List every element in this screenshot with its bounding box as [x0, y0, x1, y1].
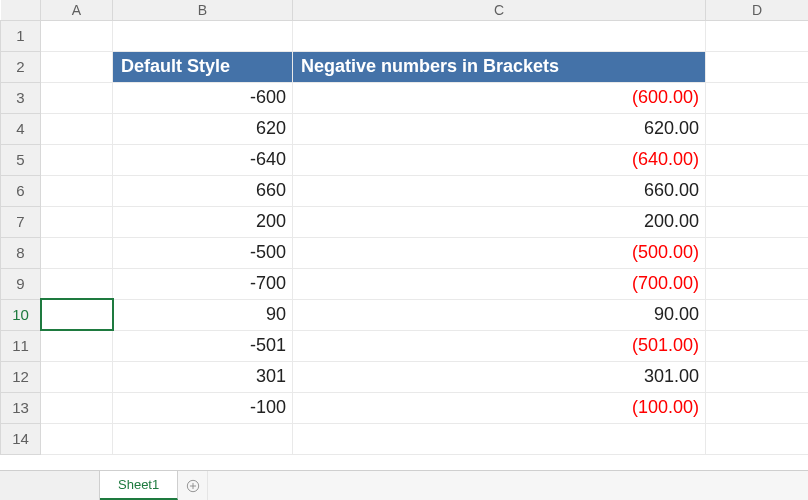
- cell-D10[interactable]: [706, 299, 809, 330]
- row-header-1[interactable]: 1: [1, 20, 41, 51]
- cell-D9[interactable]: [706, 268, 809, 299]
- cell-D14[interactable]: [706, 423, 809, 454]
- cell-C9[interactable]: (700.00): [293, 268, 706, 299]
- cell-A10[interactable]: [41, 299, 113, 330]
- cell-C10[interactable]: 90.00: [293, 299, 706, 330]
- cell-B11[interactable]: -501: [113, 330, 293, 361]
- column-header-B[interactable]: B: [113, 0, 293, 20]
- plus-circle-icon: [186, 479, 200, 493]
- cell-C6[interactable]: 660.00: [293, 175, 706, 206]
- row-header-10[interactable]: 10: [1, 299, 41, 330]
- cell-C8[interactable]: (500.00): [293, 237, 706, 268]
- cell-C5[interactable]: (640.00): [293, 144, 706, 175]
- cell-A8[interactable]: [41, 237, 113, 268]
- cell-C3[interactable]: (600.00): [293, 82, 706, 113]
- add-sheet-button[interactable]: [178, 471, 208, 500]
- cell-A4[interactable]: [41, 113, 113, 144]
- cell-A7[interactable]: [41, 206, 113, 237]
- row-header-8[interactable]: 8: [1, 237, 41, 268]
- select-all-corner[interactable]: [1, 0, 41, 20]
- cell-D13[interactable]: [706, 392, 809, 423]
- cell-D7[interactable]: [706, 206, 809, 237]
- cell-B10[interactable]: 90: [113, 299, 293, 330]
- cell-C7[interactable]: 200.00: [293, 206, 706, 237]
- row-header-6[interactable]: 6: [1, 175, 41, 206]
- cell-D5[interactable]: [706, 144, 809, 175]
- cell-A9[interactable]: [41, 268, 113, 299]
- cell-D12[interactable]: [706, 361, 809, 392]
- cell-A11[interactable]: [41, 330, 113, 361]
- cell-D3[interactable]: [706, 82, 809, 113]
- cell-D6[interactable]: [706, 175, 809, 206]
- cell-B8[interactable]: -500: [113, 237, 293, 268]
- spreadsheet-grid[interactable]: A B C D 1 2 Default Style Negative numbe…: [0, 0, 808, 470]
- tab-nav-spacer: [0, 471, 100, 500]
- cell-B14[interactable]: [113, 423, 293, 454]
- cell-B13[interactable]: -100: [113, 392, 293, 423]
- cell-A5[interactable]: [41, 144, 113, 175]
- cell-D2[interactable]: [706, 51, 809, 82]
- column-label-default-style[interactable]: Default Style: [113, 51, 293, 82]
- cell-A13[interactable]: [41, 392, 113, 423]
- column-label-negative-brackets[interactable]: Negative numbers in Brackets: [293, 51, 706, 82]
- column-header-C[interactable]: C: [293, 0, 706, 20]
- cell-D8[interactable]: [706, 237, 809, 268]
- cell-D1[interactable]: [706, 20, 809, 51]
- column-header-D[interactable]: D: [706, 0, 809, 20]
- row-header-14[interactable]: 14: [1, 423, 41, 454]
- cell-D4[interactable]: [706, 113, 809, 144]
- cell-B4[interactable]: 620: [113, 113, 293, 144]
- cell-C11[interactable]: (501.00): [293, 330, 706, 361]
- sheet-tab-bar: Sheet1: [0, 470, 808, 500]
- column-header-row: A B C D: [1, 0, 809, 20]
- cell-D11[interactable]: [706, 330, 809, 361]
- cell-C12[interactable]: 301.00: [293, 361, 706, 392]
- cell-B3[interactable]: -600: [113, 82, 293, 113]
- cell-A14[interactable]: [41, 423, 113, 454]
- cell-A2[interactable]: [41, 51, 113, 82]
- row-header-13[interactable]: 13: [1, 392, 41, 423]
- row-header-2[interactable]: 2: [1, 51, 41, 82]
- cell-B9[interactable]: -700: [113, 268, 293, 299]
- cell-A12[interactable]: [41, 361, 113, 392]
- cell-B1[interactable]: [113, 20, 293, 51]
- row-header-12[interactable]: 12: [1, 361, 41, 392]
- cell-C13[interactable]: (100.00): [293, 392, 706, 423]
- row-header-9[interactable]: 9: [1, 268, 41, 299]
- cell-C1[interactable]: [293, 20, 706, 51]
- row-header-3[interactable]: 3: [1, 82, 41, 113]
- row-header-4[interactable]: 4: [1, 113, 41, 144]
- cell-C14[interactable]: [293, 423, 706, 454]
- cell-B5[interactable]: -640: [113, 144, 293, 175]
- cell-B7[interactable]: 200: [113, 206, 293, 237]
- cell-A1[interactable]: [41, 20, 113, 51]
- cell-C4[interactable]: 620.00: [293, 113, 706, 144]
- row-header-5[interactable]: 5: [1, 144, 41, 175]
- cell-B6[interactable]: 660: [113, 175, 293, 206]
- cell-B12[interactable]: 301: [113, 361, 293, 392]
- column-header-A[interactable]: A: [41, 0, 113, 20]
- sheet-tab-sheet1[interactable]: Sheet1: [100, 471, 178, 500]
- row-header-7[interactable]: 7: [1, 206, 41, 237]
- cell-A3[interactable]: [41, 82, 113, 113]
- cell-A6[interactable]: [41, 175, 113, 206]
- row-header-11[interactable]: 11: [1, 330, 41, 361]
